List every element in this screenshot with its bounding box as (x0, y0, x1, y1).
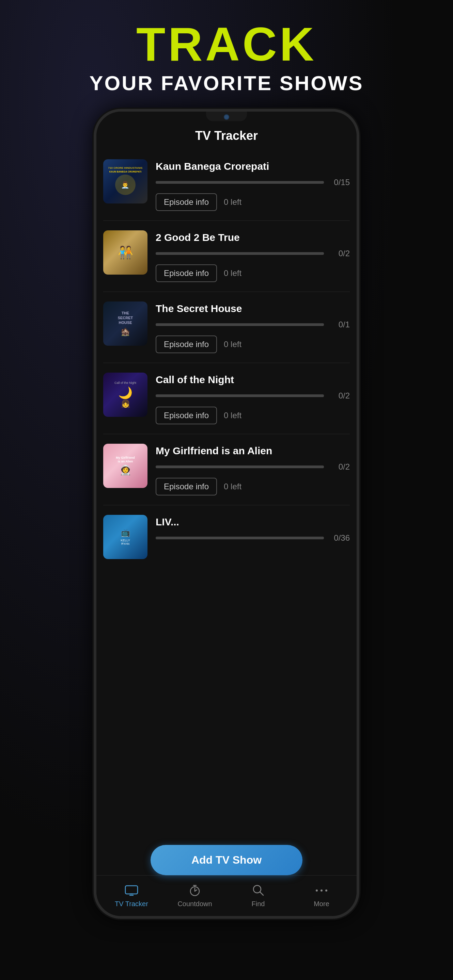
show-name-alien: My Girlfriend is an Alien (156, 445, 350, 457)
show-thumbnail-kbc[interactable]: 710 CRORE HINDUSTANIS KAUN BANEGA CROREP… (103, 159, 147, 204)
episode-row-2good: Episode info 0 left (156, 264, 350, 282)
show-item-live: 📺 KELLYRYAN LIV... 0/36 (103, 505, 350, 559)
show-thumbnail-secret[interactable]: THESECRETHOUSE 🏚️ (103, 301, 147, 346)
svg-point-12 (325, 889, 327, 891)
progress-count-night: 0/2 (329, 391, 350, 401)
progress-count-kbc: 0/15 (329, 178, 350, 187)
show-info-2good: 2 Good 2 Be True 0/2 Episode info 0 left (156, 231, 350, 282)
episode-row-alien: Episode info 0 left (156, 478, 350, 495)
show-name-2good: 2 Good 2 Be True (156, 232, 350, 243)
episodes-left-2good: 0 left (224, 269, 241, 278)
bottom-nav: TV Tracker Countdown (96, 875, 357, 916)
show-item-alien: My Girlfriendis an Alien 👩‍🚀 My Girlfrie… (103, 434, 350, 505)
progress-bar-bg-live (156, 537, 324, 539)
episode-row-secret: Episode info 0 left (156, 336, 350, 353)
show-thumbnail-night[interactable]: Call of the Night 🌙 👧 (103, 372, 147, 417)
show-info-night: Call of the Night 0/2 Episode info 0 lef… (156, 372, 350, 424)
show-name-secret: The Secret House (156, 303, 350, 314)
progress-bar-fill-night (156, 395, 324, 397)
nav-item-countdown[interactable]: Countdown (163, 884, 226, 908)
progress-bar-bg-alien (156, 466, 324, 468)
progress-bar-fill-alien (156, 466, 324, 468)
show-thumbnail-alien[interactable]: My Girlfriendis an Alien 👩‍🚀 (103, 444, 147, 488)
progress-bar-fill-secret (156, 323, 324, 326)
progress-count-alien: 0/2 (329, 462, 350, 472)
shows-list: 710 CRORE HINDUSTANIS KAUN BANEGA CROREP… (96, 150, 357, 559)
show-thumbnail-live[interactable]: 📺 KELLYRYAN (103, 515, 147, 559)
show-item-kbc: 710 CRORE HINDUSTANIS KAUN BANEGA CROREP… (103, 150, 350, 221)
tv-tracker-icon (124, 884, 139, 897)
progress-bar-bg-night (156, 395, 324, 397)
phone-screen: TV Tracker 710 CRORE HINDUSTANIS KAUN BA… (96, 111, 357, 916)
phone-frame: TV Tracker 710 CRORE HINDUSTANIS KAUN BA… (94, 109, 359, 919)
progress-bar-fill-live (156, 537, 324, 539)
episode-row-kbc: Episode info 0 left (156, 193, 350, 211)
progress-row-night: 0/2 (156, 391, 350, 401)
show-info-secret: The Secret House 0/1 Episode info 0 left (156, 301, 350, 353)
nav-label-tracker: TV Tracker (115, 900, 148, 908)
progress-count-live: 0/36 (329, 533, 350, 543)
progress-bar-bg-2good (156, 252, 324, 255)
nav-item-more[interactable]: More (290, 884, 353, 908)
find-icon (250, 884, 266, 897)
episodes-left-secret: 0 left (224, 340, 241, 349)
svg-rect-0 (125, 886, 137, 894)
progress-count-2good: 0/2 (329, 249, 350, 258)
svg-point-11 (321, 889, 322, 891)
episode-info-btn-night[interactable]: Episode info (156, 407, 217, 424)
show-info-kbc: Kaun Banega Crorepati 0/15 Episode info … (156, 159, 350, 211)
show-thumbnail-2good[interactable]: 🧑‍🤝‍🧑 (103, 231, 147, 275)
show-name-live: LIV... (156, 516, 350, 528)
progress-bar-fill-2good (156, 252, 324, 255)
nav-label-more: More (314, 900, 329, 908)
episodes-left-night: 0 left (224, 411, 241, 420)
show-item-secret: THESECRETHOUSE 🏚️ The Secret House 0/1 E… (103, 292, 350, 363)
hero-section: TRACK YOUR FAVORITE SHOWS (0, 21, 453, 95)
add-show-overlay: Add TV Show (96, 845, 357, 875)
show-name-night: Call of the Night (156, 374, 350, 385)
phone-camera (224, 115, 229, 120)
progress-bar-bg-kbc (156, 181, 324, 184)
screen-title: TV Tracker (96, 129, 357, 143)
show-item-2good: 🧑‍🤝‍🧑 2 Good 2 Be True 0/2 Episode info … (103, 221, 350, 292)
show-name-kbc: Kaun Banega Crorepati (156, 161, 350, 172)
episodes-left-kbc: 0 left (224, 197, 241, 207)
progress-row-alien: 0/2 (156, 462, 350, 472)
more-icon (314, 884, 329, 897)
progress-row-kbc: 0/15 (156, 178, 350, 187)
show-info-live: LIV... 0/36 (156, 515, 350, 549)
show-item-night: Call of the Night 🌙 👧 Call of the Night … (103, 363, 350, 434)
add-tv-show-button[interactable]: Add TV Show (150, 845, 303, 875)
episode-info-btn-kbc[interactable]: Episode info (156, 193, 217, 211)
episode-info-btn-2good[interactable]: Episode info (156, 264, 217, 282)
countdown-icon (187, 884, 203, 897)
progress-row-secret: 0/1 (156, 320, 350, 329)
progress-bar-fill-kbc (156, 181, 324, 184)
svg-line-9 (260, 892, 263, 895)
progress-row-live: 0/36 (156, 533, 350, 543)
progress-row-2good: 0/2 (156, 249, 350, 258)
progress-bar-bg-secret (156, 323, 324, 326)
nav-label-find: Find (252, 900, 265, 908)
phone-notch (206, 111, 247, 121)
show-info-alien: My Girlfriend is an Alien 0/2 Episode in… (156, 444, 350, 495)
nav-label-countdown: Countdown (177, 900, 212, 908)
nav-item-find[interactable]: Find (226, 884, 290, 908)
episode-row-night: Episode info 0 left (156, 407, 350, 424)
hero-subtitle-text: YOUR FAVORITE SHOWS (0, 72, 453, 95)
nav-item-tracker[interactable]: TV Tracker (100, 884, 163, 908)
hero-track-text: TRACK (0, 21, 453, 68)
episodes-left-alien: 0 left (224, 482, 241, 492)
episode-info-btn-secret[interactable]: Episode info (156, 336, 217, 353)
progress-count-secret: 0/1 (329, 320, 350, 329)
episode-info-btn-alien[interactable]: Episode info (156, 478, 217, 495)
svg-point-10 (316, 889, 318, 891)
